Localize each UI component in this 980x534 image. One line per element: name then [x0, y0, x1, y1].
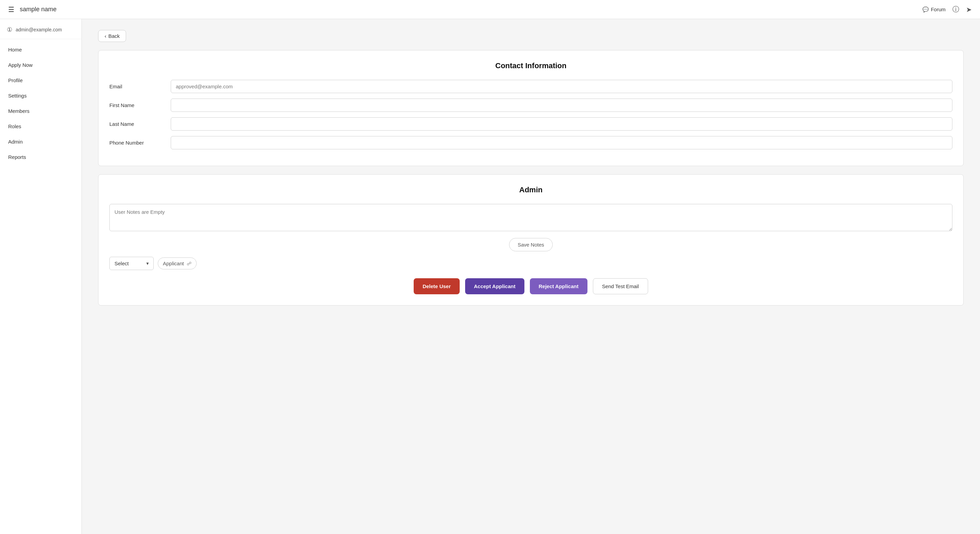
applicant-tag[interactable]: Applicant ☍	[158, 257, 197, 269]
first-name-row: First Name	[110, 99, 952, 112]
accept-applicant-button[interactable]: Accept Applicant	[465, 278, 524, 294]
email-row: Email	[110, 80, 952, 93]
sidebar-item-settings[interactable]: Settings	[0, 88, 81, 103]
last-name-label: Last Name	[110, 121, 171, 127]
phone-row: Phone Number	[110, 136, 952, 149]
help-icon[interactable]: ⓘ	[952, 5, 959, 14]
applicant-tag-remove-icon[interactable]: ☍	[187, 261, 191, 266]
applicant-tag-label: Applicant	[163, 260, 184, 266]
save-notes-row: Save Notes	[110, 238, 952, 251]
sidebar-item-apply-now[interactable]: Apply Now	[0, 57, 81, 73]
sidebar-user: ① admin@example.com	[0, 19, 81, 39]
back-button[interactable]: ‹ Back	[98, 30, 126, 42]
topnav: ☰ sample name 💬 Forum ⓘ ➤	[0, 0, 980, 19]
notes-textarea[interactable]	[110, 204, 952, 231]
user-icon: ①	[7, 26, 12, 33]
admin-card: Admin Save Notes Select ▼ Applicant ☍	[98, 174, 964, 306]
sidebar-nav: Home Apply Now Profile Settings Members …	[0, 39, 81, 167]
select-wrapper: Select ▼	[110, 257, 154, 270]
save-notes-button[interactable]: Save Notes	[509, 238, 553, 251]
sidebar-item-reports[interactable]: Reports	[0, 149, 81, 165]
send-test-email-button[interactable]: Send Test Email	[593, 278, 648, 294]
sidebar: ① admin@example.com Home Apply Now Profi…	[0, 19, 82, 534]
first-name-input[interactable]	[171, 99, 952, 112]
last-name-input[interactable]	[171, 117, 952, 131]
sidebar-item-admin[interactable]: Admin	[0, 134, 81, 149]
user-email: admin@example.com	[16, 27, 62, 32]
admin-title: Admin	[110, 185, 952, 194]
contact-info-card: Contact Information Email First Name Las…	[98, 50, 964, 166]
select-row: Select ▼ Applicant ☍	[110, 257, 952, 270]
forum-icon: 💬	[923, 6, 929, 13]
phone-input[interactable]	[171, 136, 952, 149]
email-input[interactable]	[171, 80, 952, 93]
app-title: sample name	[20, 6, 57, 13]
last-name-row: Last Name	[110, 117, 952, 131]
sidebar-item-profile[interactable]: Profile	[0, 73, 81, 88]
action-buttons: Delete User Accept Applicant Reject Appl…	[110, 278, 952, 294]
sidebar-item-members[interactable]: Members	[0, 103, 81, 119]
role-select[interactable]: Select	[110, 257, 154, 270]
back-label: Back	[108, 33, 119, 39]
forum-link[interactable]: 💬 Forum	[923, 6, 946, 13]
sidebar-item-roles[interactable]: Roles	[0, 119, 81, 134]
first-name-label: First Name	[110, 102, 171, 108]
phone-label: Phone Number	[110, 140, 171, 146]
contact-info-title: Contact Information	[110, 61, 952, 70]
back-chevron-icon: ‹	[105, 33, 106, 39]
signout-icon[interactable]: ➤	[966, 5, 972, 14]
main-content: ‹ Back Contact Information Email First N…	[82, 19, 980, 534]
email-label: Email	[110, 83, 171, 89]
delete-user-button[interactable]: Delete User	[414, 278, 460, 294]
hamburger-icon[interactable]: ☰	[8, 5, 14, 14]
reject-applicant-button[interactable]: Reject Applicant	[530, 278, 587, 294]
forum-label: Forum	[931, 6, 946, 12]
sidebar-item-home[interactable]: Home	[0, 42, 81, 57]
